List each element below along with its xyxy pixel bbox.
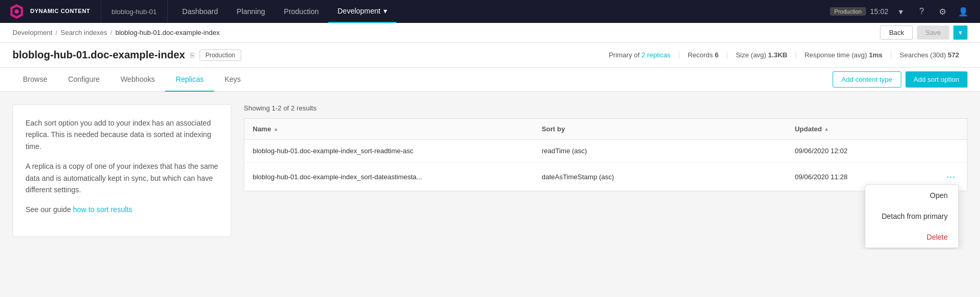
tab-configure[interactable]: Configure: [58, 68, 110, 92]
nav-right: Production 15:02 ▾ ? ⚙ 👤: [828, 3, 972, 20]
results-table: Name ▲ Sort by Updated ▲: [244, 118, 967, 191]
nav-production[interactable]: Production: [275, 0, 328, 23]
row-actions-button[interactable]: ⋯: [943, 170, 959, 183]
row-2-sortby: dateAsTimeStamp (asc): [534, 163, 787, 191]
table-row: bloblog-hub-01.doc-example-index_sort-da…: [244, 163, 967, 191]
nav-development[interactable]: Development ▾: [328, 0, 397, 23]
breadcrumb-bar: Development / Search indexes / bloblog-h…: [0, 23, 980, 43]
page-title: bloblog-hub-01.doc-example-index: [13, 49, 185, 61]
context-menu-detach[interactable]: Detach from primary: [865, 206, 958, 227]
col-header-actions: [931, 119, 967, 140]
row-1-sortby: readTime (asc): [534, 140, 787, 163]
updated-sort-arrow: ▲: [824, 126, 829, 132]
nav-links: Dashboard Planning Production Developmen…: [173, 0, 828, 23]
tabs: Browse Configure Webhooks Replicas Keys: [13, 68, 251, 91]
breadcrumb-sep-1: /: [56, 29, 58, 36]
env-badge-nav: Production: [830, 7, 866, 16]
breadcrumb-development[interactable]: Development: [13, 29, 53, 36]
tabs-actions: Add content type Add sort option: [833, 71, 967, 88]
results-area: Showing 1-2 of 2 results Name ▲ Sort by: [244, 104, 967, 237]
back-button[interactable]: Back: [880, 26, 913, 40]
add-sort-option-button[interactable]: Add sort option: [905, 71, 967, 88]
stat-searches: Searches (30d) 572: [891, 51, 967, 59]
tab-browse[interactable]: Browse: [13, 68, 58, 92]
col-header-updated: Updated ▲: [786, 119, 931, 140]
table-row: bloblog-hub-01.doc-example-index_sort-re…: [244, 140, 967, 163]
results-count: Showing 1-2 of 2 results: [244, 104, 967, 112]
add-content-type-button[interactable]: Add content type: [833, 71, 901, 88]
how-to-sort-link[interactable]: how to sort results: [73, 205, 132, 214]
nav-time: 15:02: [870, 7, 888, 16]
info-text-2: A replica is a copy of one of your index…: [26, 160, 218, 195]
nav-dashboard[interactable]: Dashboard: [173, 0, 228, 23]
save-button[interactable]: Save: [917, 26, 949, 40]
page-header: bloblog-hub-01.doc-example-index ⎘ Produ…: [0, 43, 980, 68]
svg-point-2: [15, 9, 19, 14]
app-name: DYNAMIC CONTENT: [30, 8, 90, 15]
page-title-area: bloblog-hub-01.doc-example-index ⎘ Produ…: [13, 49, 241, 61]
save-arrow-button[interactable]: ▾: [953, 26, 967, 40]
page-stats: Primary of 2 replicas Records 6 Size (av…: [609, 51, 967, 59]
tabs-bar: Browse Configure Webhooks Replicas Keys …: [0, 68, 980, 92]
context-menu-delete[interactable]: Delete: [865, 227, 958, 247]
tab-webhooks[interactable]: Webhooks: [110, 68, 165, 92]
breadcrumb: Development / Search indexes / bloblog-h…: [13, 29, 220, 36]
replicas-link[interactable]: 2 replicas: [641, 51, 671, 59]
stat-primary: Primary of 2 replicas: [609, 51, 679, 59]
content-area: Each sort option you add to your index h…: [0, 92, 980, 250]
row-1-updated: 09/06/2020 12:02: [786, 140, 931, 163]
user-icon[interactable]: 👤: [955, 3, 972, 20]
hub-name: bloblog-hub-01: [101, 0, 168, 23]
info-guide: See our guide how to sort results: [26, 204, 218, 215]
info-text-1: Each sort option you add to your index h…: [26, 117, 218, 152]
context-menu-wrapper: ⋯ Open Detach from primary Delete: [939, 170, 959, 183]
nav-time-expand-icon[interactable]: ▾: [892, 3, 909, 20]
tab-keys[interactable]: Keys: [214, 68, 251, 92]
env-badge: Production: [200, 49, 241, 61]
stat-response: Response time (avg) 1ms: [796, 51, 891, 59]
help-icon[interactable]: ?: [913, 3, 930, 20]
breadcrumb-current: bloblog-hub-01.doc-example-index: [115, 29, 219, 36]
context-menu-open[interactable]: Open: [865, 185, 958, 206]
table-header-row: Name ▲ Sort by Updated ▲: [244, 119, 967, 140]
tab-replicas[interactable]: Replicas: [165, 68, 214, 92]
breadcrumb-actions: Back Save ▾: [880, 26, 967, 40]
nav-planning[interactable]: Planning: [227, 0, 275, 23]
stat-records: Records 6: [679, 51, 727, 59]
stat-size: Size (avg) 1.3KB: [727, 51, 796, 59]
info-panel: Each sort option you add to your index h…: [13, 104, 231, 237]
chevron-down-icon: ▾: [383, 7, 387, 15]
top-nav: DYNAMIC CONTENT bloblog-hub-01 Dashboard…: [0, 0, 980, 23]
row-1-name: bloblog-hub-01.doc-example-index_sort-re…: [244, 140, 534, 163]
row-2-actions: ⋯ Open Detach from primary Delete: [931, 163, 967, 191]
copy-icon[interactable]: ⎘: [190, 51, 194, 59]
context-menu: Open Detach from primary Delete: [865, 184, 959, 248]
breadcrumb-search-indexes[interactable]: Search indexes: [60, 29, 107, 36]
logo-icon: [8, 3, 25, 20]
name-sort-arrow: ▲: [273, 126, 278, 132]
col-header-name: Name ▲: [244, 119, 534, 140]
col-header-sortby: Sort by: [534, 119, 787, 140]
row-1-actions: [931, 140, 967, 163]
logo-area: DYNAMIC CONTENT: [8, 3, 90, 20]
breadcrumb-sep-2: /: [110, 29, 113, 36]
row-2-name: bloblog-hub-01.doc-example-index_sort-da…: [244, 163, 534, 191]
settings-icon[interactable]: ⚙: [934, 3, 951, 20]
